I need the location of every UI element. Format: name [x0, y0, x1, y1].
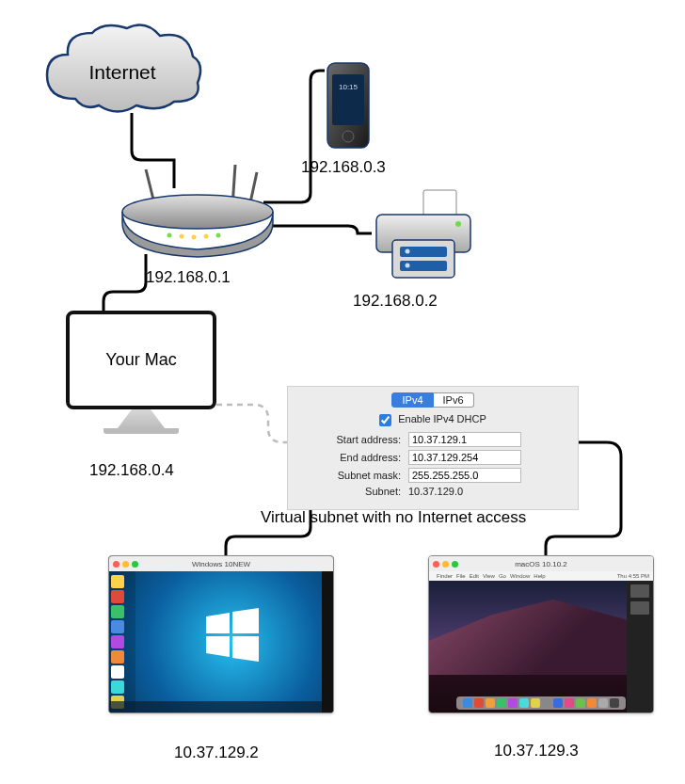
menu-finder[interactable]: Finder: [437, 573, 453, 579]
mojave-wallpaper: [428, 600, 654, 675]
svg-point-12: [216, 233, 221, 238]
phone-ip-label: 192.168.0.3: [301, 158, 386, 177]
svg-point-3: [342, 131, 354, 142]
parallels-sidebar: [322, 571, 333, 712]
parallels-sidebar: [627, 581, 653, 712]
printer-ip-label: 192.168.0.2: [353, 292, 438, 311]
internet-cloud: Internet: [38, 19, 207, 122]
subnet-mask-input[interactable]: [408, 468, 521, 483]
svg-rect-15: [392, 240, 454, 278]
svg-point-9: [180, 234, 184, 239]
tab-ipv4[interactable]: IPv4: [391, 392, 433, 408]
menu-view[interactable]: View: [483, 573, 495, 579]
menu-help[interactable]: Help: [534, 573, 545, 579]
your-mac-device: Your Mac: [66, 311, 216, 447]
svg-point-8: [167, 233, 172, 238]
windows-logo-icon: [204, 607, 261, 664]
svg-point-7: [122, 195, 273, 229]
phone-device: 10:15: [325, 61, 372, 151]
enable-dhcp-label: Enable IPv4 DHCP: [398, 413, 486, 424]
subnet-value: 10.37.129.0: [408, 486, 463, 497]
svg-marker-21: [206, 613, 230, 633]
subnet-mask-label: Subnet mask:: [295, 470, 408, 481]
menubar-clock: Thu 4:55 PM: [617, 573, 649, 579]
menu-window[interactable]: Window: [510, 573, 530, 579]
macos-menubar: Finder File Edit View Go Window Help Thu…: [429, 571, 653, 581]
windows-desktop-icons: [109, 571, 135, 712]
menu-edit[interactable]: Edit: [470, 573, 479, 579]
macos-vm-title: macOS 10.10.2: [429, 560, 653, 568]
router-ip-label: 192.168.0.1: [146, 268, 231, 287]
macos-vm-ip-label: 10.37.129.3: [494, 742, 579, 760]
svg-point-19: [406, 264, 410, 268]
svg-marker-24: [232, 636, 259, 662]
mac-ip-label: 192.168.0.4: [89, 461, 174, 480]
start-address-input[interactable]: [408, 432, 521, 447]
windows-vm-ip-label: 10.37.129.2: [174, 744, 259, 762]
start-address-label: Start address:: [295, 434, 408, 445]
macos-vm-window: macOS 10.10.2 Finder File Edit View Go W…: [428, 555, 654, 713]
internet-label: Internet: [38, 61, 207, 84]
menu-go[interactable]: Go: [499, 573, 506, 579]
svg-point-20: [455, 221, 461, 227]
svg-text:10:15: 10:15: [339, 83, 358, 91]
windows-vm-title: Windows 10NEW: [109, 560, 333, 568]
svg-marker-23: [206, 636, 230, 657]
your-mac-label: Your Mac: [105, 350, 176, 370]
end-address-input[interactable]: [408, 450, 521, 465]
macos-dock[interactable]: [456, 696, 626, 710]
end-address-label: End address:: [295, 452, 408, 463]
menu-file[interactable]: File: [456, 573, 466, 579]
enable-dhcp-checkbox[interactable]: [379, 414, 391, 426]
windows-vm-window: Windows 10NEW: [108, 555, 334, 713]
svg-point-18: [406, 249, 410, 254]
virtual-subnet-caption: Virtual subnet with no Internet access: [261, 508, 526, 527]
tab-ipv6[interactable]: IPv6: [434, 392, 474, 408]
dhcp-settings-panel: IPv4 IPv6 Enable IPv4 DHCP Start address…: [287, 386, 579, 510]
windows-taskbar: [109, 701, 322, 712]
svg-point-11: [204, 234, 209, 239]
svg-point-10: [192, 235, 197, 240]
subnet-label: Subnet:: [295, 486, 408, 497]
printer-device: [372, 188, 475, 282]
svg-marker-22: [232, 608, 259, 633]
router-device: [118, 165, 278, 259]
